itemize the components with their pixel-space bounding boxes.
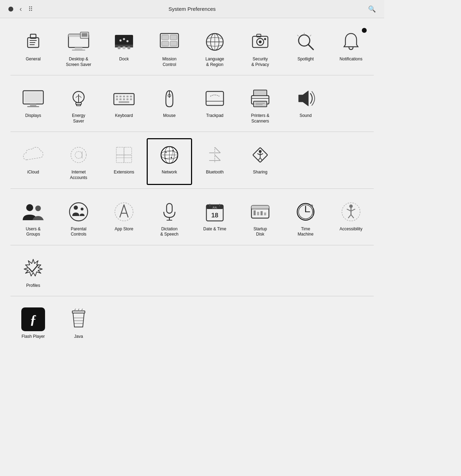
svg-rect-14 xyxy=(118,46,120,49)
divider-2 xyxy=(10,132,374,132)
svg-line-38 xyxy=(297,35,299,36)
titlebar-left: ‹ ⠿ xyxy=(8,5,33,13)
security-privacy-icon xyxy=(248,30,272,54)
svg-point-132 xyxy=(349,204,353,208)
general-label: General xyxy=(26,57,41,62)
pref-security-privacy[interactable]: Security& Privacy xyxy=(237,25,283,72)
svg-rect-49 xyxy=(119,96,122,97)
pref-java[interactable]: Java xyxy=(56,303,101,344)
svg-rect-7 xyxy=(75,47,82,50)
section-personal: General Desktop &Screen Saver xyxy=(10,25,374,72)
icloud-icon xyxy=(21,143,45,167)
pref-network[interactable]: Network xyxy=(147,138,192,185)
sharing-label: Sharing xyxy=(253,170,267,175)
parental-controls-label: ParentalControls xyxy=(71,226,87,237)
accessibility-icon xyxy=(339,200,363,224)
personal-grid: General Desktop &Screen Saver xyxy=(10,25,374,72)
svg-line-93 xyxy=(215,155,220,161)
pref-notifications[interactable]: Notifications xyxy=(328,25,374,72)
pref-dock[interactable]: Dock xyxy=(101,25,147,72)
pref-trackpad[interactable]: Trackpad xyxy=(192,82,237,128)
section-other1: Profiles xyxy=(10,252,374,293)
pref-general[interactable]: General xyxy=(10,25,56,72)
dictation-speech-label: Dictation& Speech xyxy=(160,226,178,237)
svg-point-71 xyxy=(75,151,82,158)
traffic-light[interactable] xyxy=(8,7,13,12)
pref-flash-player[interactable]: ƒ Flash Player xyxy=(10,303,56,344)
pref-language-region[interactable]: Language& Region xyxy=(192,25,237,72)
pref-startup-disk[interactable]: StartupDisk xyxy=(237,195,283,241)
pref-internet-accounts[interactable]: InternetAccounts xyxy=(56,138,101,185)
section-other2: ƒ Flash Player xyxy=(10,303,374,344)
flash-icon-bg: ƒ xyxy=(21,307,45,331)
svg-point-107 xyxy=(81,208,83,210)
back-button[interactable]: ‹ xyxy=(20,5,22,13)
pref-sound[interactable]: Sound xyxy=(283,82,328,128)
network-label: Network xyxy=(162,170,177,175)
pref-accessibility[interactable]: Accessibility xyxy=(328,195,374,241)
internet-accounts-label: InternetAccounts xyxy=(70,170,87,180)
pref-spotlight[interactable]: Spotlight xyxy=(283,25,328,72)
pref-users-groups[interactable]: Users &Groups xyxy=(10,195,56,241)
pref-icloud[interactable]: iCloud xyxy=(10,138,56,185)
svg-rect-56 xyxy=(126,98,129,100)
flash-f-letter: ƒ xyxy=(30,312,37,327)
profiles-icon xyxy=(21,256,45,280)
pref-keyboard[interactable]: Keyboard xyxy=(101,82,147,128)
mouse-label: Mouse xyxy=(163,113,176,119)
language-region-label: Language& Region xyxy=(205,57,224,67)
pref-energy-saver[interactable]: EnergySaver xyxy=(56,82,101,128)
svg-point-103 xyxy=(26,204,33,211)
section-internet: iCloud InternetAccounts xyxy=(10,138,374,185)
svg-rect-74 xyxy=(124,147,132,155)
sound-icon xyxy=(294,87,317,110)
pref-parental-controls[interactable]: ParentalControls xyxy=(56,195,101,241)
other2-grid: ƒ Flash Player xyxy=(10,303,374,344)
sharing-icon xyxy=(248,143,272,167)
dictation-speech-icon xyxy=(158,200,181,224)
svg-line-137 xyxy=(351,215,354,218)
svg-line-92 xyxy=(215,147,220,153)
time-machine-label: TimeMachine xyxy=(298,226,313,237)
pref-bluetooth[interactable]: Bluetooth xyxy=(192,138,237,185)
svg-rect-40 xyxy=(30,104,36,106)
pref-displays[interactable]: Displays xyxy=(10,82,56,128)
svg-rect-123 xyxy=(261,211,263,215)
divider-4 xyxy=(10,245,374,245)
pref-mission-control[interactable]: MissionControl xyxy=(147,25,192,72)
security-privacy-label: Security& Privacy xyxy=(251,57,269,67)
pref-date-time[interactable]: JUL 18 Date & Time xyxy=(192,195,237,241)
pref-extensions[interactable]: Extensions xyxy=(101,138,147,185)
internet-accounts-icon xyxy=(67,143,90,167)
preferences-content: General Desktop &Screen Saver xyxy=(0,18,384,360)
pref-sharing[interactable]: Sharing xyxy=(237,138,283,185)
svg-rect-58 xyxy=(119,101,129,103)
pref-dictation-speech[interactable]: Dictation& Speech xyxy=(147,195,192,241)
svg-rect-16 xyxy=(127,46,130,49)
mission-control-icon xyxy=(158,30,181,54)
date-time-icon: JUL 18 xyxy=(203,200,227,224)
time-machine-icon xyxy=(294,200,317,224)
section-system: Users &Groups ParentalCont xyxy=(10,195,374,241)
pref-app-store[interactable]: App Store xyxy=(101,195,147,241)
pref-profiles[interactable]: Profiles xyxy=(10,252,56,293)
search-icon[interactable]: 🔍 xyxy=(368,5,376,13)
svg-rect-42 xyxy=(24,92,42,103)
bluetooth-icon xyxy=(203,143,227,167)
grid-button[interactable]: ⠿ xyxy=(28,5,33,13)
notifications-icon xyxy=(339,30,363,54)
svg-text:JUL: JUL xyxy=(212,206,218,209)
pref-mouse[interactable]: Mouse xyxy=(147,82,192,128)
svg-line-102 xyxy=(260,158,262,161)
svg-line-134 xyxy=(347,209,351,211)
pref-desktop-screensaver[interactable]: Desktop &Screen Saver xyxy=(56,25,101,72)
energy-saver-icon xyxy=(67,87,90,110)
svg-rect-41 xyxy=(27,106,39,107)
divider-3 xyxy=(10,188,374,189)
pref-printers-scanners[interactable]: Printers &Scanners xyxy=(237,82,283,128)
extensions-label: Extensions xyxy=(114,170,134,175)
pref-time-machine[interactable]: TimeMachine xyxy=(283,195,328,241)
svg-line-37 xyxy=(310,35,311,36)
displays-label: Displays xyxy=(25,113,41,119)
users-groups-label: Users &Groups xyxy=(26,226,41,237)
